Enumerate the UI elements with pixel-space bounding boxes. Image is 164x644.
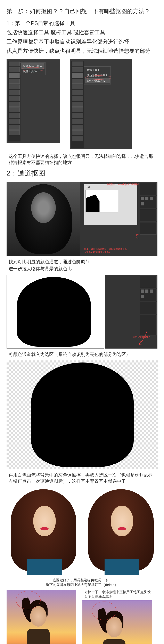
tool-icon: [8, 79, 20, 84]
flyout-item: 魔棒工具 W: [21, 69, 44, 74]
tool-icon: [8, 130, 20, 135]
tool-icon: [72, 102, 83, 106]
flyout-item: 套索工具 L: [85, 68, 110, 73]
caption-refine-b: 剩下的就是在原图上减去背景就好了（delete）: [6, 582, 158, 587]
tool-icon: [72, 130, 83, 135]
sunset-compare-figure: 对比一下，李涛教程中直接用画笔画点头发是不是也非常真呢 16XX8.COM PS…: [6, 590, 158, 644]
curves-histogram: [86, 190, 118, 212]
silhouette-canvas: [6, 275, 104, 348]
ps-toolbars-figure: 快速选择工具 W 魔棒工具 W: [6, 59, 158, 149]
portrait-grayscale: [6, 182, 80, 256]
tool-icon: [72, 125, 83, 130]
tool-icon: [8, 102, 20, 106]
annotation-bottom: 如果，对比还不够的话，可以调整聚焦色色（黑色）特别明显（黑色）: [84, 248, 129, 254]
caption-brush: 再用白色画笔将背景中的灰色调擦擦，再载入选区一次（也就是ctrl+鼠标左键再点击…: [6, 472, 158, 484]
intro-line-2: 包括快速选择工具 魔棒工具 磁性套索工具: [6, 28, 158, 36]
curves-title: 色阶: [86, 186, 136, 189]
tool-icon: [72, 96, 83, 101]
tool-icon: [8, 62, 20, 66]
tool-icon: [8, 96, 20, 101]
tool-icon: [8, 84, 20, 90]
tool-icon: [8, 113, 20, 118]
ps-toolbar-2: 套索工具 L 多边形套索工具 L 磁性套索工具 L: [70, 59, 132, 149]
side-panel: ctrl+右键通道即可: [105, 275, 158, 348]
tool-icon: [72, 84, 83, 90]
tool-icon: [8, 90, 20, 95]
channel-figure: 色阶 中间部分，左右拖动或示例滑块可以调整颜色比 两侧，左拖动则白部分显示更多 …: [6, 182, 158, 256]
caption-compare: 对比一下，李涛教程中直接用画笔画点头发是不是也非常真呢: [82, 590, 154, 599]
arrow-icon: [137, 330, 149, 346]
page-heading: 第一步：如何抠图？？自己回想一下有哪些抠图的方法？: [6, 8, 158, 15]
side-palettes: [139, 182, 158, 256]
flyout-quick-select: 快速选择工具 W 魔棒工具 W: [20, 62, 46, 75]
tool-icon: [72, 73, 83, 78]
tool-icon: [72, 79, 83, 84]
tool-icon: [72, 108, 83, 112]
caption-tools: 这个工具方便快速的选择，缺点也很明显，无法精细的选择，比较适合那种海报素材不需要…: [6, 153, 158, 166]
caption-channel-a: 找到对比明显的颜色通道，通过色阶调节: [6, 259, 158, 265]
intro-line-4: 优点是方便快捷，缺点也很明显，无法精细地选择想要的部分: [6, 47, 158, 55]
intro-line-3: 工作原理都是基于电脑自动识别差异化部分进行选择: [6, 38, 158, 46]
tool-icon: [8, 119, 20, 124]
caption-channel-b: 进一步拉大物体与背景的颜色比: [6, 266, 158, 272]
sunset-a: [6, 590, 76, 644]
flyout-item: 多边形套索工具 L: [85, 73, 110, 78]
ps-toolbar-1: 快速选择工具 W 魔棒工具 W: [6, 59, 60, 143]
annotation-circle-icon: [16, 591, 40, 609]
flyout-item: 磁性套索工具 L: [85, 78, 110, 84]
tool-icon: [8, 108, 20, 112]
section-title-channel: 2：通道抠图: [6, 168, 158, 178]
sunset-b: [82, 600, 152, 644]
tool-icon: [72, 90, 83, 95]
caption-load-selection: 将颜色通道载入为选区（系统自动识别为亮色的部分为选区）: [6, 352, 158, 358]
tool-icon: [8, 73, 20, 78]
portrait-pair-figure: [6, 487, 158, 575]
silhouette-figure: ctrl+右键通道即可: [6, 275, 158, 348]
tool-icon: [72, 113, 83, 118]
tool-icon: [72, 62, 83, 66]
portrait-color-a: [6, 487, 80, 575]
tool-icon: [72, 67, 83, 72]
caption-refine-a: 选区做好了，用调整边缘再微调一下，: [6, 578, 158, 582]
portrait-color-b: [84, 487, 158, 575]
flyout-lasso: 套索工具 L 多边形套索工具 L 磁性套索工具 L: [84, 66, 111, 84]
flyout-item: 快速选择工具 W: [21, 63, 44, 69]
curves-dialog: 色阶: [84, 184, 137, 225]
tool-icon: [72, 119, 83, 124]
intro-line-1: 1：第一个PS自带的选择工具: [6, 19, 158, 27]
annotation-circle-icon: [92, 602, 116, 620]
checker-silhouette-figure: [6, 360, 158, 469]
curves-panel: 色阶 中间部分，左右拖动或示例滑块可以调整颜色比 两侧，左拖动则白部分显示更多 …: [80, 182, 158, 256]
tool-icon: [8, 125, 20, 130]
tool-icon: [8, 67, 20, 72]
tool-icon: [72, 136, 83, 141]
